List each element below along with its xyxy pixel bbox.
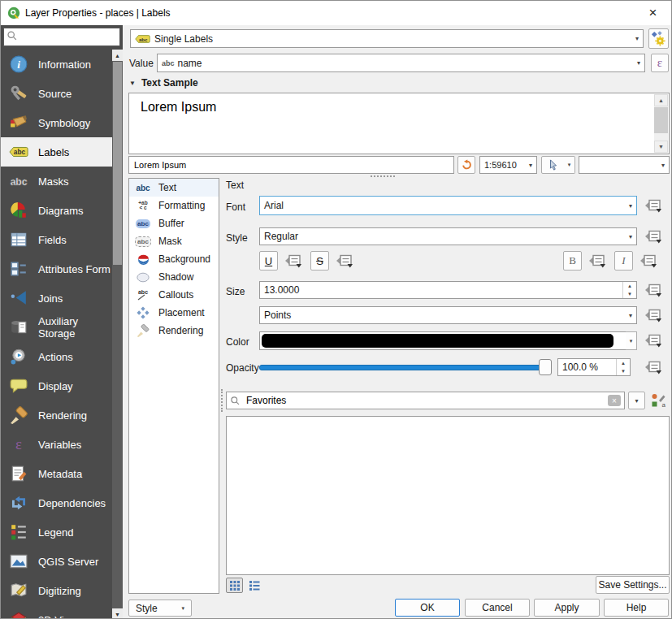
sidebar-item-symbology[interactable]: Symbology (1, 108, 112, 137)
scrollbar-thumb[interactable] (113, 62, 122, 265)
scroll-down-icon[interactable]: ▼ (112, 608, 123, 619)
label-mode-combo[interactable]: abc Single Labels ▾ (130, 29, 644, 48)
sidebar-item-fields[interactable]: Fields (1, 225, 112, 254)
data-defined-override-underline[interactable] (283, 252, 304, 270)
bold-button[interactable]: B (563, 251, 582, 271)
sidebar-item-qgis-server[interactable]: QGIS Server (1, 547, 112, 576)
preview-scrollbar[interactable]: ▲ ▼ (654, 94, 668, 153)
sidebar-item-joins[interactable]: Joins (1, 284, 112, 313)
strikethrough-button[interactable]: S (310, 251, 329, 271)
symbology-icon (9, 113, 28, 132)
color-dropdown[interactable]: ▾ (626, 331, 637, 350)
sidebar-item-3d-view[interactable]: 3D View (1, 605, 112, 619)
spin-down-icon[interactable]: ▼ (617, 367, 630, 375)
style-combo[interactable]: Regular ▾ (259, 227, 637, 245)
data-defined-override-bold[interactable] (587, 252, 608, 270)
save-settings-button[interactable]: Save Settings... (596, 576, 670, 594)
opacity-spinbox[interactable]: 100.0 % ▲ ▼ (557, 358, 631, 376)
data-defined-override-color[interactable] (643, 331, 664, 349)
splitter-handle[interactable] (371, 175, 395, 177)
map-canvas-scale-button[interactable] (541, 156, 565, 174)
favorites-search[interactable]: × (226, 392, 625, 409)
sidebar-item-information[interactable]: i Information (1, 50, 112, 79)
sidebar-item-diagrams[interactable]: Diagrams (1, 196, 112, 225)
color-button[interactable] (259, 331, 626, 350)
tab-mask[interactable]: abc Mask (129, 232, 219, 250)
tab-rendering[interactable]: Rendering (129, 322, 219, 340)
sidebar-search[interactable] (3, 28, 120, 46)
tab-buffer[interactable]: abc Buffer (129, 214, 219, 232)
search-input[interactable] (18, 31, 117, 44)
sidebar-item-attributes-form[interactable]: Attributes Form (1, 254, 112, 284)
size-units-combo[interactable]: Points ▾ (259, 306, 637, 324)
tab-background[interactable]: Background (129, 250, 219, 268)
value-field-combo[interactable]: abc name ▾ (157, 54, 645, 72)
map-canvas-scale-dropdown[interactable]: ▾ (564, 156, 575, 174)
data-defined-override-units[interactable] (643, 306, 664, 324)
reset-sample-button[interactable] (457, 156, 475, 174)
text-sample-header[interactable]: ▼ Text Sample (129, 77, 198, 89)
preview-background-combo[interactable]: ▾ (579, 156, 670, 174)
sidebar-item-labels[interactable]: abc Labels (1, 137, 112, 167)
close-icon[interactable]: × (635, 1, 671, 24)
sample-scale-combo[interactable]: 1:59610 ▾ (479, 156, 537, 174)
data-defined-override-font[interactable] (643, 197, 664, 214)
list-view-button[interactable] (246, 578, 263, 593)
spin-up-icon[interactable]: ▲ (623, 282, 636, 290)
sidebar-item-display[interactable]: Display (1, 371, 112, 400)
scroll-up-icon[interactable]: ▲ (112, 50, 123, 61)
sidebar-item-variables[interactable]: ε Variables (1, 430, 112, 459)
favorites-dropdown[interactable]: ▾ (628, 392, 645, 409)
sidebar-item-dependencies[interactable]: Dependencies (1, 488, 112, 517)
scroll-up-icon[interactable]: ▲ (654, 94, 668, 106)
tab-shadow[interactable]: Shadow (129, 268, 219, 286)
automated-placement-button[interactable] (648, 28, 669, 49)
sidebar-item-masks[interactable]: abc Masks (1, 167, 112, 196)
sidebar-item-source[interactable]: Source (1, 79, 112, 108)
tab-callouts[interactable]: abc Callouts (129, 286, 219, 304)
svg-text:i: i (17, 58, 20, 71)
underline-button[interactable]: U (259, 251, 278, 271)
icon-view-button[interactable] (226, 578, 243, 593)
tab-formatting[interactable]: +ab< c Formatting (129, 197, 219, 214)
style-menu-button[interactable]: Style ▾ (128, 600, 192, 617)
tab-text[interactable]: abc Text (129, 179, 219, 197)
opacity-slider-track[interactable] (259, 365, 545, 370)
sidebar-scrollbar[interactable]: ▲ ▼ (112, 50, 123, 619)
scrollbar-thumb[interactable] (654, 107, 668, 133)
text-format-presets-list[interactable] (226, 416, 670, 575)
italic-button[interactable]: I (614, 251, 633, 271)
cancel-button[interactable]: Cancel (465, 599, 530, 617)
formatting-icon: +ab< c (132, 201, 154, 211)
favorites-search-input[interactable] (245, 394, 604, 407)
data-defined-override-opacity[interactable] (643, 358, 664, 376)
help-button[interactable]: Help (604, 599, 669, 617)
sidebar-item-rendering[interactable]: Rendering (1, 400, 112, 430)
clear-search-icon[interactable]: × (608, 395, 621, 406)
spin-down-icon[interactable]: ▼ (623, 290, 636, 298)
data-defined-override-italic[interactable] (638, 252, 659, 270)
sidebar-item-actions[interactable]: Actions (1, 342, 112, 371)
font-combo[interactable]: Arial ▾ (259, 196, 637, 215)
chevron-down-icon: ▾ (626, 233, 632, 240)
buffer-icon: abc (132, 219, 154, 228)
data-defined-override-size[interactable] (643, 281, 664, 299)
sidebar-item-legend[interactable]: Legend (1, 517, 112, 547)
sidebar-item-digitizing[interactable]: Digitizing (1, 576, 112, 605)
tab-placement[interactable]: Placement (129, 304, 219, 322)
style-manager-button[interactable]: a (648, 392, 668, 409)
size-spinbox[interactable]: 13.0000 ▲ ▼ (259, 281, 637, 299)
scroll-down-icon[interactable]: ▼ (654, 141, 668, 153)
data-defined-override-style[interactable] (643, 227, 664, 245)
opacity-slider-handle[interactable] (539, 359, 552, 375)
apply-button[interactable]: Apply (534, 599, 600, 617)
splitter-handle[interactable] (221, 389, 223, 412)
sample-text-input[interactable] (132, 159, 450, 171)
sidebar-item-metadata[interactable]: Metadata (1, 459, 112, 488)
ok-button[interactable]: OK (395, 599, 460, 617)
expression-builder-button[interactable]: ε (651, 54, 669, 72)
spin-up-icon[interactable]: ▲ (617, 359, 630, 367)
data-defined-override-strikethrough[interactable] (334, 252, 355, 270)
dependencies-icon (9, 493, 28, 513)
sidebar-item-auxiliary-storage[interactable]: Auxiliary Storage (1, 313, 112, 342)
